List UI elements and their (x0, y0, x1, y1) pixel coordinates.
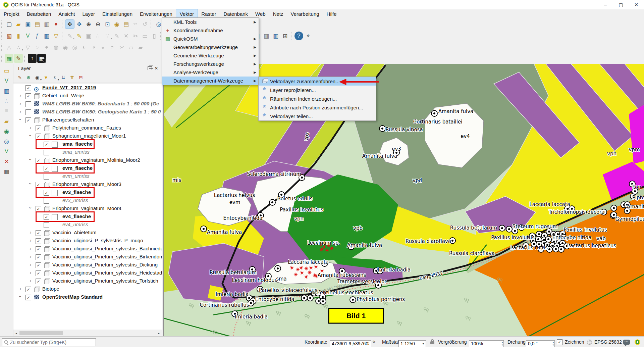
menubar-item-bearbeiten[interactable]: Bearbeiten (23, 9, 55, 18)
toolbar-grip[interactable] (1, 20, 3, 28)
menubar-item-ansicht[interactable]: Ansicht (55, 9, 78, 18)
visibility-checkbox[interactable]: ✓ (44, 166, 49, 171)
layer-row-eriophorum-vaginatum-moor3[interactable]: ›✓Eriophorum_vaginatum_Moor3 (13, 181, 162, 189)
new-project[interactable]: ▢ (5, 20, 13, 29)
reshape-1[interactable]: ▽ (23, 43, 32, 52)
visibility-checkbox[interactable]: ✓ (25, 287, 31, 292)
modify-attributes[interactable]: ✎ (112, 32, 121, 40)
pan-to-selection[interactable]: ✥ (75, 20, 84, 29)
reshape-4[interactable]: ◍ (52, 43, 60, 52)
layer-row-vaccinio-uliginosi-pinetum-sylvestris-bachniederu[interactable]: ›✓Vaccinio_uliginosi_Pinetum_sylvestris_… (13, 245, 162, 253)
zoom-native[interactable]: 1:1 (131, 20, 140, 29)
layer-row-vaccinio-uliginosi-pinetum-sylvestris-dickung[interactable]: ›✓Vaccinio_uliginosi_Pinetum_sylvestris_… (13, 261, 162, 269)
reshape-5[interactable]: ◉ (61, 43, 70, 52)
menubar-item-datenbank[interactable]: Datenbank (220, 9, 252, 18)
raster-region-select[interactable]: ▦ (37, 54, 46, 63)
quickosm-button[interactable]: ▩ (5, 54, 13, 63)
open-project[interactable]: ▰ (14, 20, 23, 29)
visibility-checkbox[interactable]: ✓ (36, 262, 41, 268)
toolbar-grip[interactable] (62, 32, 63, 40)
symbol-swatch[interactable] (52, 214, 58, 220)
new-mesh-layer[interactable]: ▦ (42, 32, 51, 40)
expand-chevron-icon[interactable]: › (18, 92, 23, 98)
rail-add-vector-layer[interactable]: V (2, 77, 11, 85)
visibility-checkbox[interactable]: ✓ (44, 190, 49, 196)
layer-row-polytrichum-commune-fazies[interactable]: ›✓Polytrichum_commune_Fazies (13, 124, 162, 132)
scroll-right-icon[interactable]: ▸ (156, 330, 162, 336)
rail-remove-layer[interactable]: ✕ (2, 157, 11, 166)
filter-legend[interactable]: ▼ (42, 73, 50, 82)
layer-row-vaccinio-abietetum[interactable]: ›✓Vaccinio_Abietetum (13, 229, 162, 237)
menubar-item-einstellungen[interactable]: Einstellungen (99, 9, 136, 18)
remove-layer-group[interactable]: ⊟ (77, 73, 85, 82)
layer-tree-hscrollbar[interactable]: ◂ ▸ (13, 330, 162, 336)
pan-map[interactable]: ✥ (65, 20, 74, 29)
menubar-item-projekt[interactable]: Projekt (0, 9, 23, 18)
filter-by-expression[interactable]: ε▾ (51, 73, 59, 82)
coordinate-input[interactable] (330, 340, 371, 347)
menu-item-kml-tools[interactable]: KML Tools▶ (162, 18, 259, 26)
layer-row-funde-wt-2017-2019[interactable]: ✓Funde_WT_2017_2019 (13, 84, 162, 92)
layer-row-vaccinio-uliginosi-pinetum-sylvestris-birkendomi[interactable]: ›✓Vaccinio_uliginosi_Pinetum_sylvestris_… (13, 253, 162, 261)
submenu-item-attribute-nach-position-zusammenf-gen-[interactable]: *Attribute nach Position zusammenfügen..… (259, 103, 376, 112)
add-ring[interactable]: ▰ (136, 43, 145, 52)
new-spatialite-layer[interactable]: ƒ (33, 32, 42, 40)
offset-curve[interactable]: ◐ (80, 43, 89, 52)
rail-add-delimited-text[interactable]: ≡ (2, 107, 11, 115)
search-input[interactable] (9, 339, 96, 345)
merge-features[interactable]: ◓ (108, 43, 117, 52)
expand-chevron-icon[interactable]: › (28, 278, 33, 283)
copy-features[interactable]: ▭ (141, 32, 149, 40)
scroll-left-icon[interactable]: ◂ (13, 330, 19, 336)
collapse-chevron-icon[interactable]: › (28, 206, 34, 210)
layer-row-pflanzengesellschaften[interactable]: ›✓Pflanzengesellschaften (13, 116, 162, 124)
minimize-button[interactable]: – (598, 0, 613, 9)
layer-row-biotope[interactable]: ›✓Biotope (13, 285, 162, 293)
cut-features[interactable]: ✂ (131, 32, 140, 40)
open-layer-styling[interactable]: ✎ (16, 73, 24, 82)
render-checkbox[interactable]: ✓ (557, 337, 562, 347)
submenu-item-vektorlayer-zusammenf-hren-[interactable]: Vektorlayer zusammenführen... (259, 77, 376, 86)
osm-edit-button[interactable]: ✎ (14, 54, 23, 63)
toolbar-grip[interactable] (24, 55, 26, 62)
layer-row-evm-umriss[interactable]: evm_umriss (13, 172, 162, 181)
panel-float-button[interactable] (146, 65, 153, 71)
layer-row-wms-lgrb-bw-bk50-bodenkarte-1-50-000-ge[interactable]: ›WMS LGRB-BW BK50: Bodenkarte 1 : 50 000… (13, 100, 162, 108)
layer-row-ev4-flaeche[interactable]: ✓ev4_flaeche (13, 213, 162, 221)
menubar-item-web[interactable]: Web (252, 9, 269, 18)
submenu-item-r-umlichen-index-erzeugen-[interactable]: *Räumlichen Index erzeugen... (259, 94, 376, 103)
visibility-checkbox[interactable]: ✓ (36, 279, 41, 284)
panel-close-button[interactable]: ✕ (153, 65, 160, 71)
expand-chevron-icon[interactable]: › (28, 237, 33, 243)
lock-scale-icon[interactable] (430, 337, 434, 347)
map-canvas[interactable]: misvpsScleroderma citrinumLactarius helv… (163, 64, 644, 336)
split-features[interactable]: ◑ (89, 43, 98, 52)
visibility-checkbox[interactable]: ✓ (44, 214, 49, 220)
visibility-checkbox[interactable]: ✓ (36, 246, 41, 252)
menubar-item-hilfe[interactable]: Hilfe (323, 9, 340, 18)
visibility-checkbox[interactable]: ✓ (36, 230, 41, 236)
expand-chevron-icon[interactable]: › (28, 229, 33, 235)
expand-chevron-icon[interactable]: › (28, 245, 33, 251)
collapse-chevron-icon[interactable]: › (28, 157, 34, 162)
magnifier-spinner[interactable]: 100% (469, 340, 504, 347)
zoom-to-selection[interactable]: ◉ (112, 20, 121, 29)
layer-row-openstreetmap-standard[interactable]: ›✓OpenStreetMap Standard (13, 293, 162, 301)
layer-row-ev3-umriss[interactable]: ev3_umriss (13, 197, 162, 205)
toolbar-grip[interactable] (62, 20, 63, 28)
visibility-checkbox[interactable] (25, 101, 31, 107)
zoom-to-layer[interactable]: ▤ (122, 20, 130, 29)
save-layer-edits[interactable]: ▣ (84, 32, 93, 40)
chart-tool[interactable]: ▥ (271, 32, 280, 40)
visibility-checkbox[interactable]: ✓ (36, 182, 41, 188)
layer-row-evm-flaeche[interactable]: ✓evm_flaeche (13, 164, 162, 172)
expand-chevron-icon[interactable]: › (18, 286, 23, 291)
visibility-checkbox[interactable]: ✓ (36, 254, 41, 260)
layout-manager[interactable]: ▥ (42, 20, 51, 29)
import-photos[interactable]: ↑ (28, 54, 37, 63)
visibility-checkbox[interactable]: ✓ (25, 85, 31, 91)
datasource-manager[interactable]: ▧ (5, 32, 13, 40)
layer-row-eriophorum-vaginatum-molinia-moor2[interactable]: ›✓Eriophorum_vaginatum_Molinia_Moor2 (13, 156, 162, 164)
collapse-chevron-icon[interactable]: › (18, 294, 23, 299)
visibility-checkbox[interactable]: ✓ (44, 142, 49, 147)
